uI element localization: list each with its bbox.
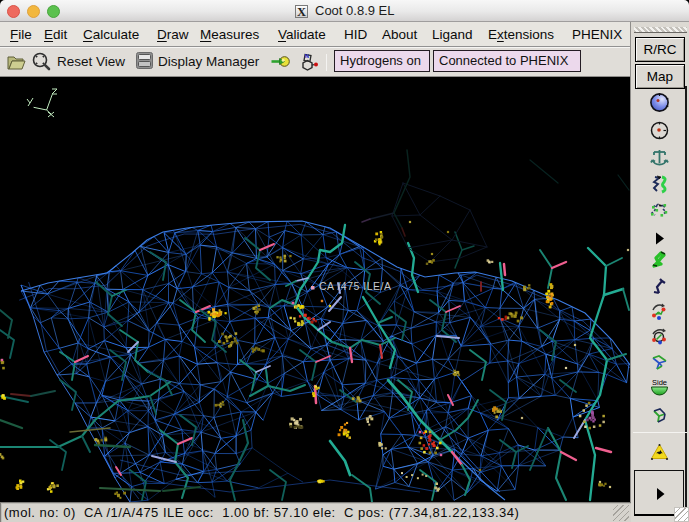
svg-text:N: N xyxy=(305,53,309,59)
svg-text:Side: Side xyxy=(652,378,667,387)
svg-text:CA /475 ILE/A: CA /475 ILE/A xyxy=(319,280,391,292)
